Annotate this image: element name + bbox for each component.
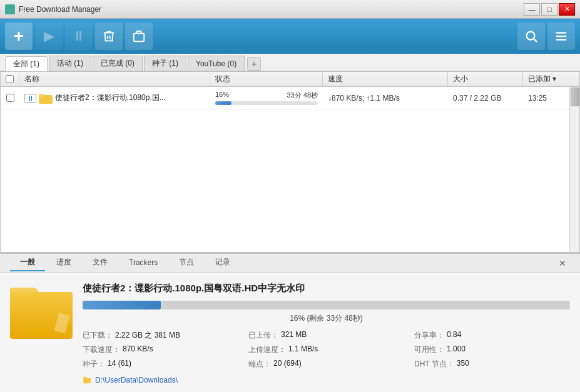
stat-download-speed-value: 870 KB/s — [123, 344, 153, 355]
tab-youtube[interactable]: YouTube (0) — [188, 56, 245, 71]
detail-info: 使徒行者2：谍影行动.1080p.国粤双语.HD中字无水印 16% (剩余 33… — [83, 283, 570, 384]
stat-upload-speed-value: 1.1 MB/s — [288, 344, 318, 355]
row-name: ⏸ 使徒行者2：谍影行动.1080p.国... — [19, 87, 210, 109]
stat-uploaded: 已上传： 321 MB — [248, 330, 404, 341]
window-controls: — □ ✕ — [524, 3, 575, 16]
app-icon — [5, 4, 15, 14]
detail-progress-track — [83, 301, 570, 309]
detail-title: 使徒行者2：谍影行动.1080p.国粤双语.HD中字无水印 — [83, 283, 570, 294]
stat-availability-value: 1.000 — [447, 344, 466, 355]
toolbar: + ▶ ⏸ — [0, 19, 580, 54]
header-status[interactable]: 状态 — [210, 72, 323, 86]
table-header: 名称 状态 速度 大小 已添加 ▾ — [1, 72, 579, 87]
tab-completed[interactable]: 已完成 (0) — [93, 56, 143, 71]
stats-col1: 已下载： 2.22 GB 之 381 MB 下载速度： 870 KB/s 种子：… — [83, 330, 238, 369]
stat-availability-label: 可用性： — [414, 344, 444, 355]
row-time: 33分 48秒 — [287, 91, 318, 100]
detail-tab-general[interactable]: 一般 — [10, 254, 45, 271]
maximize-button[interactable]: □ — [541, 3, 557, 16]
detail-content: 使徒行者2：谍影行动.1080p.国粤双语.HD中字无水印 16% (剩余 33… — [0, 273, 580, 392]
add-tab-button[interactable]: + — [247, 57, 261, 71]
download-list: ⏸ 使徒行者2：谍影行动.1080p.国... 16% 33分 48秒 — [1, 87, 579, 252]
row-size-value: 0.37 / 2.22 GB — [453, 94, 501, 103]
row-progress-fill — [215, 101, 231, 105]
detail-tab-progress[interactable]: 进度 — [46, 254, 81, 271]
tab-bar: 全部 (1) 活动 (1) 已完成 (0) 种子 (1) YouTube (0)… — [0, 54, 580, 71]
stat-uploaded-value: 321 MB — [281, 330, 307, 341]
capture-button[interactable] — [125, 23, 153, 50]
stats-col3: 分享率： 0.84 可用性： 1.000 DHT 节点： 350 — [414, 330, 570, 369]
detail-path-text: D:\UserData\Downloads\ — [95, 376, 178, 384]
stat-seeds: 种子： 14 (61) — [83, 359, 238, 369]
stat-upload-speed: 上传速度： 1.1 MB/s — [248, 344, 404, 355]
stat-dht: DHT 节点： 350 — [414, 359, 570, 369]
file-type-icon — [39, 93, 53, 104]
detail-tab-peers[interactable]: 节点 — [169, 254, 204, 271]
stat-download-speed: 下载速度： 870 KB/s — [83, 344, 238, 355]
folder-icon — [10, 283, 73, 339]
detail-stats: 已下载： 2.22 GB 之 381 MB 下载速度： 870 KB/s 种子：… — [83, 330, 570, 369]
header-checkbox — [1, 72, 19, 86]
stat-dht-label: DHT 节点： — [414, 359, 454, 369]
search-button[interactable] — [517, 23, 545, 50]
header-name[interactable]: 名称 — [19, 72, 210, 86]
detail-tab-log[interactable]: 记录 — [205, 254, 240, 271]
add-button[interactable]: + — [5, 23, 33, 50]
header-size[interactable]: 大小 — [448, 72, 523, 86]
stat-endpoints-value: 20 (694) — [273, 359, 302, 369]
row-pause-button[interactable]: ⏸ — [24, 94, 36, 103]
stat-endpoints: 端点： 20 (694) — [248, 359, 404, 369]
row-speed: ↓870 KB/s; ↑1.1 MB/s — [323, 87, 448, 109]
stat-dht-value: 350 — [457, 359, 469, 369]
stat-downloaded: 已下载： 2.22 GB 之 381 MB — [83, 330, 238, 341]
stats-col2: 已上传： 321 MB 上传速度： 1.1 MB/s 端点： 20 (694) — [248, 330, 404, 369]
row-status: 16% 33分 48秒 — [210, 87, 323, 109]
tab-active[interactable]: 活动 (1) — [49, 56, 91, 71]
detail-progress-text: 16% (剩余 33分 48秒) — [83, 313, 570, 324]
scrollbar-thumb[interactable] — [571, 88, 579, 106]
stat-endpoints-label: 端点： — [248, 359, 271, 369]
main-area: 名称 状态 速度 大小 已添加 ▾ ⏸ 使徒行者2：谍影行动.1080p.国..… — [0, 71, 580, 253]
tab-all[interactable]: 全部 (1) — [5, 56, 48, 71]
detail-panel: 一般 进度 文件 Trackers 节点 记录 ✕ 使徒行者2：谍影行动.108… — [0, 253, 580, 392]
row-select-checkbox[interactable] — [6, 94, 14, 102]
detail-tab-bar: 一般 进度 文件 Trackers 节点 记录 ✕ — [0, 254, 580, 273]
stat-downloaded-label: 已下载： — [83, 330, 113, 341]
delete-button[interactable] — [95, 23, 123, 50]
row-progress-track — [215, 101, 318, 105]
stat-share-rate: 分享率： 0.84 — [414, 330, 570, 341]
detail-progress-fill — [83, 301, 161, 309]
detail-tab-trackers[interactable]: Trackers — [119, 256, 168, 271]
stat-share-rate-label: 分享率： — [414, 330, 444, 341]
svg-line-2 — [534, 39, 537, 42]
title-bar: Free Download Manager — □ ✕ — [0, 0, 580, 19]
close-button[interactable]: ✕ — [559, 3, 575, 16]
table-row[interactable]: ⏸ 使徒行者2：谍影行动.1080p.国... 16% 33分 48秒 — [1, 87, 579, 109]
svg-rect-0 — [134, 33, 145, 41]
row-percent: 16% — [215, 91, 229, 100]
stat-downloaded-value: 2.22 GB 之 381 MB — [115, 330, 180, 341]
pause-button[interactable]: ⏸ — [65, 23, 93, 50]
row-size: 0.37 / 2.22 GB — [448, 87, 523, 109]
stat-seeds-value: 14 (61) — [108, 359, 131, 369]
detail-tab-files[interactable]: 文件 — [83, 254, 118, 271]
menu-button[interactable] — [547, 23, 575, 50]
detail-path[interactable]: D:\UserData\Downloads\ — [83, 376, 570, 384]
minimize-button[interactable]: — — [524, 3, 540, 16]
tab-torrent[interactable]: 种子 (1) — [144, 56, 186, 71]
start-button[interactable]: ▶ — [35, 23, 63, 50]
stat-seeds-label: 种子： — [83, 359, 105, 369]
stat-download-speed-label: 下载速度： — [83, 344, 120, 355]
scrollbar-track[interactable] — [569, 87, 579, 252]
stat-uploaded-label: 已上传： — [248, 330, 278, 341]
row-checkbox[interactable] — [1, 87, 19, 109]
header-added[interactable]: 已添加 ▾ — [523, 72, 579, 86]
stat-upload-speed-label: 上传速度： — [248, 344, 286, 355]
folder-shine — [54, 313, 69, 334]
path-folder-icon — [83, 376, 91, 384]
select-all-checkbox[interactable] — [6, 75, 14, 83]
header-speed[interactable]: 速度 — [323, 72, 448, 86]
svg-point-1 — [527, 32, 535, 40]
row-speed-value: ↓870 KB/s; ↑1.1 MB/s — [328, 94, 400, 103]
detail-close-button[interactable]: ✕ — [555, 257, 570, 269]
